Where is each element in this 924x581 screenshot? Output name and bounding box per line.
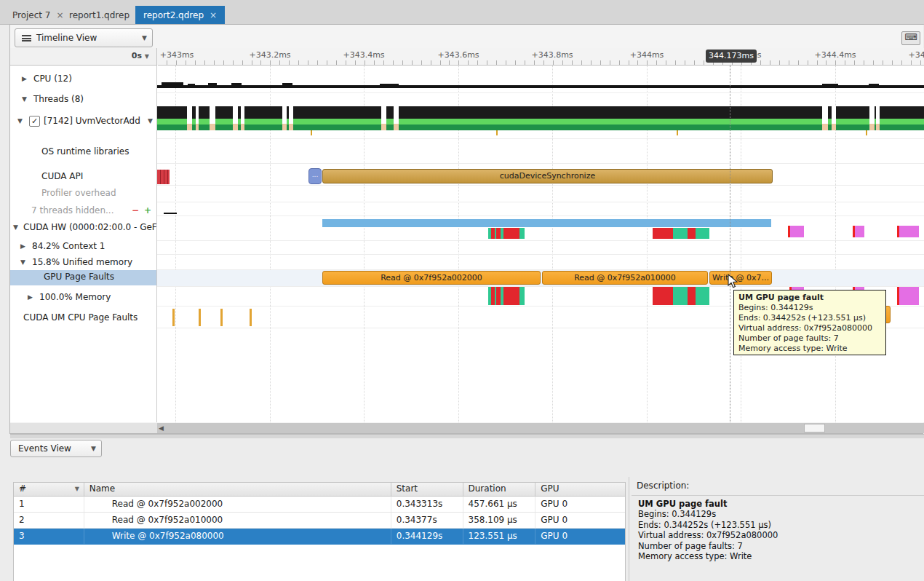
timeline-canvas[interactable]: ... cudaDeviceSynchronize Read @ 0x7f952… xyxy=(157,66,924,422)
tooltip-title: UM GPU page fault xyxy=(738,293,881,303)
thread-state-bar-darkgreen[interactable] xyxy=(157,125,924,130)
thread-gap xyxy=(210,106,215,130)
thread-gap xyxy=(233,106,238,130)
memory-kernel-cluster[interactable] xyxy=(653,287,709,305)
context1-memory-event[interactable] xyxy=(897,226,919,237)
row-separator xyxy=(157,202,924,202)
gpu-page-fault-bar[interactable]: Read @ 0x7f952a002000 xyxy=(322,271,541,285)
chevron-down-icon[interactable]: ▼ xyxy=(148,112,153,130)
thread-gap xyxy=(241,106,244,130)
tooltip-line: Ends: 0.344252s (+123.551 µs) xyxy=(738,313,881,323)
collapsed-events-chip[interactable]: ... xyxy=(308,168,322,184)
cuda-api-event-bar[interactable] xyxy=(157,170,170,184)
table-row[interactable]: 1 Read @ 0x7f952a002000 0.343313s 457.66… xyxy=(14,497,625,513)
kernel-running-bar[interactable] xyxy=(322,219,771,227)
tab-report2-active[interactable]: report2.qdrep × xyxy=(135,6,225,24)
column-header-gpu[interactable]: GPU xyxy=(535,483,625,496)
gpu-page-fault-bar[interactable]: Write @ 0x7... xyxy=(709,271,772,285)
kernel-segment xyxy=(503,228,519,239)
tree-row-unified-memory[interactable]: ▼ 15.8% Unified memory xyxy=(10,253,156,271)
tab-label: report1.qdrep xyxy=(69,10,130,20)
document-tabbar: Project 7 × report1.qdrep × report2.qdre… xyxy=(0,0,924,25)
cpu-page-fault-tick[interactable] xyxy=(199,309,201,326)
context1-memory-event[interactable] xyxy=(788,226,804,237)
memory-transfer-event[interactable] xyxy=(897,287,919,305)
tree-row-context1[interactable]: ▶ 84.2% Context 1 xyxy=(10,237,156,255)
cell-name: Write @ 0x7f952a080000 xyxy=(84,529,391,544)
view-selector-dropdown[interactable]: Timeline View ▼ xyxy=(15,28,153,47)
cpu-utilization-bump xyxy=(162,82,183,88)
tooltip-line: Virtual address: 0x7f952a080000 xyxy=(738,323,881,333)
tree-row-profiler-overhead[interactable]: Profiler overhead xyxy=(10,184,156,202)
row-separator xyxy=(157,163,924,164)
tree-row-label: 15.8% Unified memory xyxy=(32,253,132,271)
chevron-right-icon[interactable]: ▶ xyxy=(28,288,33,306)
nsight-systems-window: Project 7 × report1.qdrep × report2.qdre… xyxy=(0,0,924,581)
cell-name: Read @ 0x7f952a010000 xyxy=(84,513,391,528)
timeline-origin-header[interactable]: 0s ▼ xyxy=(10,48,157,66)
chevron-down-icon[interactable]: ▼ xyxy=(20,253,25,271)
timeline-ruler[interactable]: +343ms +343.2ms +343.4ms +343.6ms +343.8… xyxy=(158,48,924,66)
tree-row-cuda-api[interactable]: CUDA API xyxy=(10,167,156,185)
tree-row-threads-hidden[interactable]: 7 threads hidden... − + xyxy=(10,202,156,219)
tree-row-memory[interactable]: ▶ 100.0% Memory xyxy=(10,288,156,306)
remove-thread-icon[interactable]: − xyxy=(132,202,139,219)
cpu-page-fault-tick[interactable] xyxy=(172,309,175,326)
tree-row-cuda-hw[interactable]: ▼ CUDA HW (0000:02:00.0 - GeF xyxy=(10,218,156,236)
thread-event-tick xyxy=(677,130,678,135)
tree-row-label: 100.0% Memory xyxy=(39,288,111,306)
tree-row-cpu[interactable]: ▶ CPU (12) xyxy=(10,70,156,87)
add-thread-icon[interactable]: + xyxy=(144,202,151,219)
description-panel: UM GPU page fault Begins: 0.344129s Ends… xyxy=(638,499,922,561)
tree-row-um-cpu-page-faults[interactable]: CUDA UM CPU Page Faults xyxy=(10,309,156,326)
table-row-selected[interactable]: 3 Write @ 0x7f952a080000 0.344129s 123.5… xyxy=(14,529,625,545)
chevron-down-icon[interactable]: ▼ xyxy=(17,112,23,130)
context1-kernel-cluster[interactable] xyxy=(653,228,709,239)
thread-gap xyxy=(196,106,199,130)
thread-visibility-checkbox[interactable]: ✓ xyxy=(29,116,40,127)
tree-row-gpu-page-faults[interactable]: GPU Page Faults xyxy=(10,269,156,285)
thread-state-bar-black[interactable] xyxy=(157,106,924,119)
column-header-duration[interactable]: Duration xyxy=(463,483,536,496)
events-view-dropdown[interactable]: Events View ▼ xyxy=(10,440,102,457)
scrollbar-thumb[interactable] xyxy=(804,424,825,432)
tree-row-label: Profiler overhead xyxy=(41,184,116,202)
chevron-down-icon[interactable]: ▼ xyxy=(22,90,27,108)
context1-memory-event[interactable] xyxy=(853,226,864,237)
horizontal-scrollbar[interactable]: ◀ xyxy=(157,423,924,433)
column-header-name[interactable]: Name xyxy=(84,483,391,496)
table-row[interactable]: 2 Read @ 0x7f952a010000 0.34377s 358.109… xyxy=(14,513,625,529)
cuda-api-event-bar[interactable]: cudaDeviceSynchronize xyxy=(322,169,773,183)
cpu-utilization-bump xyxy=(282,83,292,88)
sort-desc-icon[interactable]: ▼ xyxy=(75,486,79,492)
chevron-right-icon[interactable]: ▶ xyxy=(22,70,27,87)
column-header-num[interactable]: #▼ xyxy=(14,483,84,496)
cell-gpu: GPU 0 xyxy=(535,513,625,528)
ruler-minor-ticks xyxy=(158,60,924,65)
chevron-right-icon[interactable]: ▶ xyxy=(20,237,25,255)
tree-row-os-runtime[interactable]: OS runtime libraries xyxy=(10,143,156,160)
cell-start: 0.343313s xyxy=(391,497,463,512)
cpu-page-fault-tick[interactable] xyxy=(250,309,252,326)
panel-splitter[interactable] xyxy=(10,434,924,438)
gpu-page-fault-bar[interactable]: Read @ 0x7f952a010000 xyxy=(542,271,708,285)
cpu-page-fault-tick[interactable] xyxy=(220,309,223,326)
chevron-down-icon[interactable]: ▼ xyxy=(13,218,18,236)
thread-state-bar-lightgreen[interactable] xyxy=(157,119,924,125)
ruler-tick: +344.6ms xyxy=(908,50,924,60)
tree-row-threads[interactable]: ▼ Threads (8) xyxy=(10,90,156,108)
context1-kernel-cluster[interactable] xyxy=(488,228,525,239)
close-icon[interactable]: × xyxy=(210,10,217,20)
tree-row-uvmvectoradd[interactable]: ▼ ✓ [7142] UvmVectorAdd ▼ xyxy=(10,112,156,130)
description-line: Ends: 0.344252s (+123.551 µs) xyxy=(638,520,922,530)
tree-row-label: CUDA API xyxy=(41,167,83,185)
cell-name: Read @ 0x7f952a002000 xyxy=(84,497,391,512)
memory-kernel-cluster[interactable] xyxy=(488,287,525,305)
thread-gap xyxy=(187,106,192,130)
scroll-left-arrow-icon[interactable]: ◀ xyxy=(159,424,164,432)
cpu-utilization-bump xyxy=(208,83,217,88)
column-header-start[interactable]: Start xyxy=(391,483,463,496)
chevron-down-icon: ▼ xyxy=(145,53,149,60)
keyboard-shortcuts-button[interactable]: ⌨ xyxy=(901,31,920,45)
kernel-segment xyxy=(696,287,709,305)
